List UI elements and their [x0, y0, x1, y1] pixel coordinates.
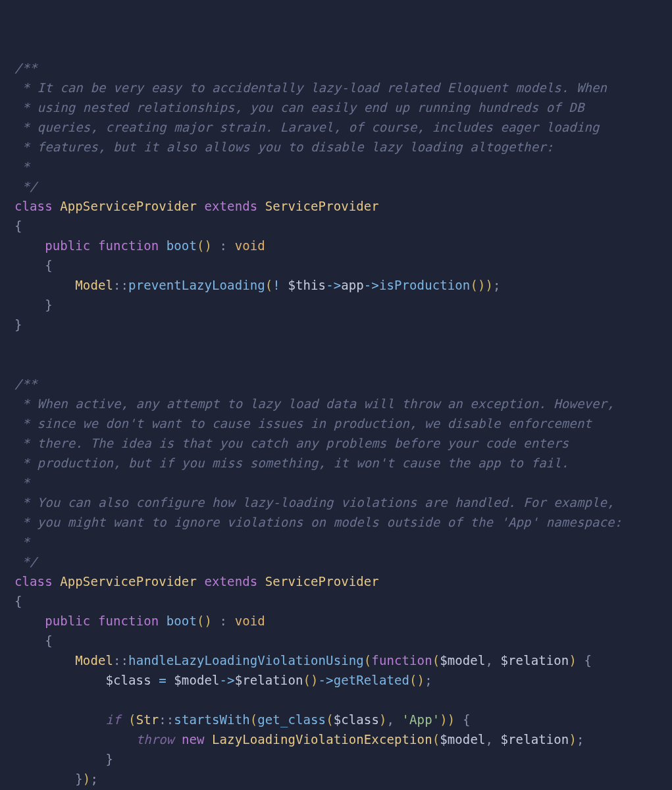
brace: {: [584, 653, 592, 668]
paren: ): [205, 238, 213, 253]
arg-relation: $relation: [501, 732, 569, 747]
paren: (): [409, 673, 425, 687]
code-comment: * queries, creating major strain. Larave…: [14, 120, 600, 134]
code-comment: */: [14, 179, 38, 194]
op-assign: =: [151, 673, 174, 687]
dcolon: ::: [159, 712, 174, 727]
op-arrow: ->: [319, 673, 334, 687]
paren: ): [478, 278, 486, 292]
class-model: Model: [75, 653, 113, 668]
paren: ): [569, 653, 577, 668]
fn-getclass: get_class: [257, 712, 326, 727]
op-arrow: ->: [220, 673, 235, 687]
brace: {: [463, 712, 471, 727]
semi: ;: [425, 673, 432, 687]
kw-function: function: [371, 653, 432, 668]
paren: ): [485, 278, 493, 292]
parent-class: ServiceProvider: [265, 574, 379, 589]
colon: :: [220, 238, 228, 253]
paren: (: [470, 278, 478, 292]
kw-extends: extends: [205, 574, 258, 589]
paren: (: [197, 238, 205, 253]
code-comment: * You can also configure how lazy-loadin…: [14, 495, 615, 510]
parent-class: ServiceProvider: [265, 199, 379, 213]
arg-model: $model: [440, 732, 485, 747]
semi: ;: [577, 732, 584, 747]
paren: (: [128, 712, 136, 727]
fn-boot: boot: [167, 614, 197, 628]
kw-public: public: [45, 614, 90, 628]
class-name: AppServiceProvider: [60, 574, 197, 589]
fn-preventlazy: preventLazyLoading: [128, 278, 265, 292]
paren: (: [265, 278, 273, 292]
code-comment: * features, but it also allows you to di…: [14, 140, 554, 154]
kw-function: function: [98, 614, 159, 628]
string-app: 'App': [402, 712, 440, 727]
code-comment: * production, but if you miss something,…: [14, 456, 569, 470]
var-class: $class: [105, 673, 151, 687]
class-model: Model: [75, 278, 113, 292]
op-arrow: ->: [326, 278, 341, 292]
fn-getrelated: getRelated: [334, 673, 409, 687]
paren: ): [448, 712, 455, 727]
code-comment: * using nested relationships, you can ea…: [14, 100, 584, 115]
brace: {: [45, 258, 53, 273]
paren: (: [250, 712, 258, 727]
brace: }: [45, 298, 53, 312]
kw-public: public: [45, 238, 90, 253]
semi: ;: [493, 278, 501, 292]
paren: ): [379, 712, 387, 727]
fn-handlelazy: handleLazyLoadingViolationUsing: [128, 653, 364, 668]
paren: (): [303, 673, 319, 687]
fn-startswith: startsWith: [174, 712, 249, 727]
return-type: void: [235, 238, 265, 253]
param-model: $model: [440, 653, 485, 668]
brace: {: [14, 219, 22, 233]
paren: ): [440, 712, 448, 727]
code-comment: *: [14, 475, 30, 490]
paren: ): [205, 614, 213, 628]
kw-class: class: [14, 199, 53, 213]
class-str: Str: [136, 712, 159, 727]
op-not: !: [272, 278, 288, 292]
comma: ,: [386, 712, 401, 727]
return-type: void: [235, 614, 265, 628]
brace: {: [14, 594, 22, 608]
paren: (: [197, 614, 205, 628]
kw-if: if: [105, 712, 120, 727]
kw-extends: extends: [205, 199, 258, 213]
brace: {: [45, 633, 53, 648]
comma: ,: [485, 653, 500, 668]
dcolon: ::: [113, 278, 128, 292]
code-comment: * It can be very easy to accidentally la…: [14, 80, 607, 95]
param-relation: $relation: [501, 653, 569, 668]
code-comment: *: [14, 535, 30, 549]
kw-throw: throw: [136, 732, 174, 747]
code-comment: * there. The idea is that you catch any …: [14, 436, 569, 450]
var-class: $class: [334, 712, 379, 727]
prop-app: app: [341, 278, 364, 292]
var-this: $this: [288, 278, 326, 292]
code-comment: /**: [14, 61, 38, 75]
code-comment: *: [14, 159, 30, 174]
class-exception: LazyLoadingViolationException: [212, 732, 432, 747]
paren: (: [364, 653, 372, 668]
brace: }: [14, 317, 22, 332]
dcolon: ::: [113, 653, 128, 668]
paren: (: [432, 732, 440, 747]
code-comment: * since we don't want to cause issues in…: [14, 416, 592, 431]
class-name: AppServiceProvider: [60, 199, 197, 213]
code-comment: */: [14, 554, 38, 569]
code-comment: * When active, any attempt to lazy load …: [14, 396, 615, 411]
brace: }: [75, 772, 83, 786]
paren: ): [569, 732, 577, 747]
op-arrow: ->: [364, 278, 379, 292]
comma: ,: [485, 732, 500, 747]
kw-new: new: [182, 732, 205, 747]
semi: ;: [90, 772, 98, 786]
paren: (: [432, 653, 440, 668]
fn-isproduction: isProduction: [379, 278, 470, 292]
kw-function: function: [98, 238, 159, 253]
fn-boot: boot: [167, 238, 197, 253]
paren: (: [326, 712, 334, 727]
